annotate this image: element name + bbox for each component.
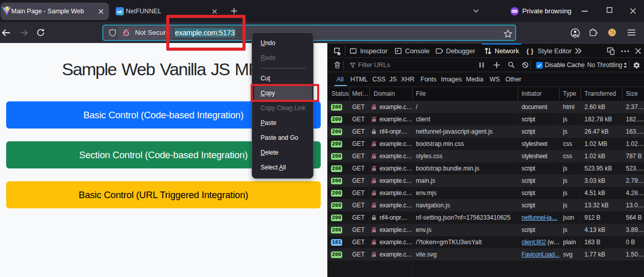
svg-text:NF: NF (117, 10, 123, 14)
